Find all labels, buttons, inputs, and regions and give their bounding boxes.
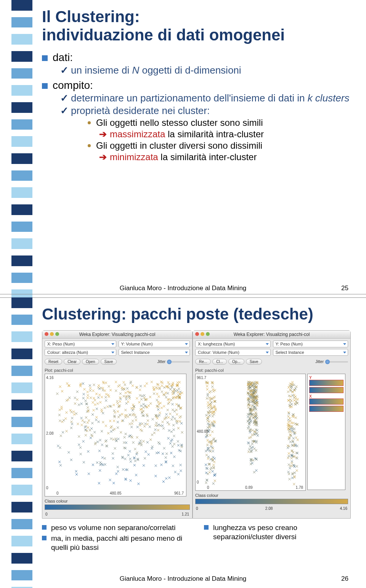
save-button[interactable]: Save [246, 359, 262, 365]
left-stripe [11, 0, 32, 297]
legend-y: Y [309, 376, 312, 380]
x-tick: 1.78 [296, 485, 303, 490]
jitter-control[interactable]: Jitter [315, 360, 348, 364]
window-title: Weka Explorer: Visualizing pacchi-col [234, 332, 310, 337]
bullet-insieme: un insieme di N oggetti di d-dimensioni [60, 64, 351, 76]
weka-window-right: Weka Explorer: Visualizing pacchi-col X:… [193, 330, 351, 519]
caption-left-1: peso vs volume non separano/correlati [42, 523, 189, 532]
save-button[interactable]: Save [101, 359, 117, 365]
separator [0, 294, 366, 294]
scale-max: 4.16 [340, 506, 347, 511]
scale-min: 0 [45, 512, 48, 516]
class-colour-label: Class colour [193, 492, 350, 498]
colour-select[interactable]: Colour: Volume (Num) [195, 349, 270, 356]
slide-footer: Gianluca Moro - Introduzione al Data Min… [0, 575, 366, 583]
y-tick: 0 [46, 486, 48, 490]
scale-max: 1.21 [182, 512, 189, 516]
jitter-slider[interactable] [167, 361, 190, 363]
reset-button[interactable]: Re... [195, 359, 211, 365]
separator [0, 297, 366, 298]
charts-row: Weka Explorer: Visualizing pacchi-col X:… [42, 330, 351, 519]
captions-row: peso vs volume non separano/correlati ma… [42, 523, 351, 553]
caption-right-1: lunghezza vs peso creano separazioni/clu… [204, 523, 351, 541]
colour-select[interactable]: Colour: altezza (Num) [45, 349, 116, 356]
bullet-proprieta: proprietà desiderate nei cluster: [60, 105, 351, 117]
legend-panel: Y X [307, 374, 345, 490]
page-number: 25 [341, 284, 348, 292]
x-axis-select[interactable]: X: Peso (Num) [45, 341, 116, 347]
scatter-plot-right[interactable]: 961.7 480.85 0 0 0.89 1.78 [195, 374, 306, 491]
legend-x: X [309, 394, 312, 398]
open-button[interactable]: Op... [228, 359, 244, 365]
window-titlebar: Weka Explorer: Visualizing pacchi-col [193, 331, 350, 339]
window-controls[interactable] [195, 332, 210, 336]
jitter-control[interactable]: Jitter [157, 360, 190, 364]
y-tick: 4.16 [46, 376, 53, 380]
scale-min: 0 [196, 506, 198, 511]
x-tick: 961.7 [174, 491, 184, 495]
window-controls[interactable] [45, 332, 59, 336]
bullet-partizionamento: determinare un partizionamento dell'insi… [60, 92, 351, 104]
slide-title: Clustering: pacchi poste (tedesche) [42, 305, 351, 323]
scatter-svg [196, 374, 305, 490]
select-instance[interactable]: Select Instance [119, 349, 190, 356]
bullet-dati: dati: [42, 51, 351, 64]
reset-button[interactable]: Reset [45, 359, 62, 365]
y-tick: 480.85 [197, 429, 209, 434]
y-tick: 2.08 [46, 431, 53, 435]
colour-legend-bar [195, 499, 348, 504]
clear-button[interactable]: Clear [64, 359, 80, 365]
class-colour-label: Class colour [42, 498, 192, 503]
x-tick: 0.89 [245, 485, 252, 490]
y-tick: 0 [197, 480, 199, 484]
x-tick: 0 [207, 485, 209, 490]
bullet-minimizzata: minimizzata la similarità inter-cluster [99, 152, 351, 162]
bullet-massimizzata: massimizzata la similarità intra-cluster [99, 129, 351, 140]
y-axis-select[interactable]: Y: Peso (Num) [273, 341, 348, 347]
slide-title: Il Clustering: individuazione di dati om… [42, 8, 351, 45]
plot-label: Plot: pacchi-col [42, 367, 192, 373]
window-titlebar: Weka Explorer: Visualizing pacchi-col [42, 331, 192, 339]
left-stripe [11, 297, 32, 588]
scatter-svg [45, 374, 186, 496]
caption-left-2: ma, in media, pacchi alti pesano meno di… [42, 534, 189, 552]
weka-window-left: Weka Explorer: Visualizing pacchi-col X:… [42, 330, 193, 519]
bullet-simili: Gli oggetti nello stesso cluster sono si… [88, 117, 351, 128]
y-tick: 961.7 [197, 376, 206, 380]
y-axis-select[interactable]: Y: Volume (Num) [119, 341, 190, 347]
scale-mid: 2.08 [265, 506, 273, 511]
bullet-compito: compito: [42, 79, 351, 92]
colour-legend-bar [45, 504, 190, 510]
slide-footer: Gianluca Moro - Introduzione al Data Min… [0, 284, 366, 292]
x-tick: 0 [56, 491, 59, 495]
slide-26: Clustering: pacchi poste (tedesche) Weka… [0, 297, 366, 588]
x-axis-select[interactable]: X: lunghezza (Num) [195, 341, 270, 347]
window-title: Weka Explorer: Visualizing pacchi-col [79, 332, 156, 337]
scatter-plot-left[interactable]: 4.16 2.08 0 0 480.85 961.7 [45, 374, 186, 496]
slide-25: Il Clustering: individuazione di dati om… [0, 0, 366, 297]
plot-label: Plot: pacchi-col [193, 367, 350, 373]
clear-button[interactable]: Cl... [212, 359, 227, 365]
bullet-dissimili: Gli oggetti in cluster diversi sono diss… [88, 140, 351, 151]
select-instance[interactable]: Select Instance [273, 349, 348, 356]
x-tick: 480.85 [110, 491, 122, 495]
jitter-slider[interactable] [325, 361, 348, 363]
page-number: 26 [341, 575, 348, 583]
open-button[interactable]: Open [82, 359, 99, 365]
